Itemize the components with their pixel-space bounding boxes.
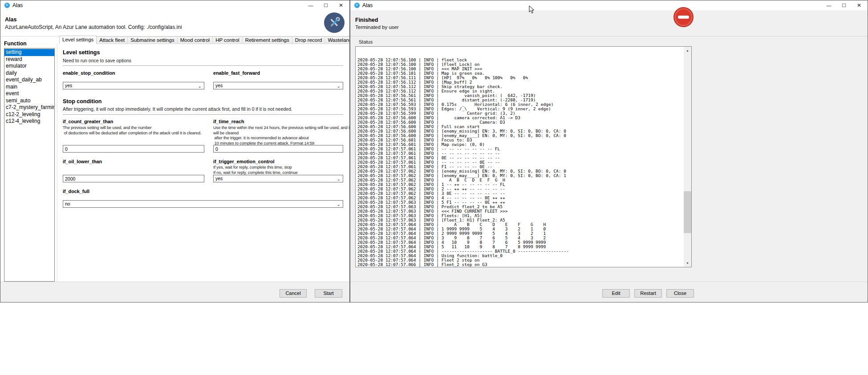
maximize-button[interactable]: ☐ bbox=[318, 0, 333, 10]
input-if-count-greater-than[interactable] bbox=[63, 145, 204, 153]
status-title: Finished bbox=[355, 17, 378, 23]
label-enable-stop-condition: enable_stop_condition bbox=[63, 70, 204, 76]
status-subtitle: Terminated by user bbox=[355, 24, 399, 30]
tools-badge bbox=[324, 12, 345, 33]
function-list-item[interactable]: event_daily_ab bbox=[4, 77, 54, 84]
header-divider bbox=[350, 36, 868, 36]
section-desc-level-settings: Need to run once to save options bbox=[63, 58, 131, 63]
section-title-level-settings: Level settings bbox=[63, 49, 100, 56]
alas-logo-icon bbox=[354, 2, 360, 8]
alas-logo-icon bbox=[4, 2, 10, 8]
status-log: 2020-05-28 12:07:56.100 | INFO | fleet_l… bbox=[355, 46, 692, 267]
tab-bar: Level settingsAttack fleetSubmarine sett… bbox=[60, 37, 350, 44]
function-list-item[interactable]: semi_auto bbox=[4, 97, 54, 105]
start-button[interactable]: Start bbox=[315, 289, 342, 298]
minimize-button[interactable]: — bbox=[821, 0, 836, 10]
function-list-item[interactable]: emulator bbox=[4, 63, 54, 70]
label-if-time-reach: if_time_reach bbox=[213, 119, 343, 124]
function-list-item[interactable]: c7-2_mystery_farming bbox=[4, 104, 54, 111]
divider bbox=[63, 65, 343, 66]
tab[interactable]: HP control bbox=[212, 36, 242, 44]
titlebar: Alas — ☐ ✕ bbox=[0, 0, 349, 10]
tab[interactable]: Mood control bbox=[177, 36, 213, 44]
section-title-stop-condition: Stop condition bbox=[63, 98, 101, 105]
function-list-item[interactable]: c12-2_leveling bbox=[4, 111, 54, 118]
function-list-item[interactable]: c12-4_leveling bbox=[4, 118, 54, 125]
desc-if-count-greater-than: The previous setting will be used, and t… bbox=[63, 125, 216, 135]
tab[interactable]: Drop record bbox=[292, 36, 325, 44]
panel-edge-divider bbox=[57, 44, 57, 282]
function-list-item[interactable]: setting bbox=[4, 49, 54, 56]
titlebar: Alas — ☐ ✕ bbox=[350, 0, 868, 10]
label-if-dock-full: if_dock_full bbox=[63, 189, 89, 194]
select-enable-stop-condition[interactable]: yes ⌄ bbox=[63, 82, 204, 89]
tab[interactable]: Retirement settings bbox=[242, 36, 292, 44]
wrench-screwdriver-icon bbox=[328, 16, 341, 29]
tab[interactable]: Level settings bbox=[59, 36, 97, 44]
cancel-button[interactable]: Cancel bbox=[280, 289, 307, 298]
alas-settings-window: Alas — ☐ ✕ Alas AzurLaneAutoScript, An A… bbox=[0, 0, 350, 302]
window-title: Alas bbox=[362, 2, 373, 8]
chevron-down-icon: ⌄ bbox=[198, 83, 202, 89]
chevron-down-icon: ⌄ bbox=[337, 83, 341, 89]
tab[interactable]: Wasteland mode bbox=[324, 36, 350, 44]
label-if-oil-lower-than: if_oil_lower_than bbox=[63, 159, 204, 164]
app-title: Alas bbox=[5, 16, 16, 23]
desc-if-time-reach: Use the time within the next 24 hours, t… bbox=[213, 125, 349, 146]
select-enable-fast-forward[interactable]: yes ⌄ bbox=[213, 82, 343, 89]
tab[interactable]: Attack fleet bbox=[96, 36, 128, 44]
status-log-label: Status bbox=[359, 39, 373, 44]
edit-button[interactable]: Edit bbox=[602, 289, 630, 298]
scroll-up-icon[interactable]: ▲ bbox=[684, 47, 691, 54]
chevron-down-icon: ⌄ bbox=[337, 176, 341, 182]
label-if-trigger-emotion-control: if_trigger_emotion_control bbox=[213, 159, 343, 164]
maximize-button[interactable]: ☐ bbox=[836, 0, 852, 10]
log-lines: 2020-05-28 12:07:56.100 | INFO | fleet_l… bbox=[357, 46, 684, 267]
function-list-label: Function bbox=[4, 40, 27, 47]
left-footer: Cancel Start bbox=[0, 282, 349, 302]
tab[interactable]: Submarine settings bbox=[127, 36, 177, 44]
select-if-dock-full[interactable]: no ⌄ bbox=[63, 200, 343, 208]
function-list: settingrewardemulatordailyevent_daily_ab… bbox=[4, 48, 55, 282]
close-button[interactable]: ✕ bbox=[852, 0, 867, 10]
mouse-cursor-icon bbox=[529, 5, 535, 14]
minimize-button[interactable]: — bbox=[303, 0, 318, 10]
close-button-footer[interactable]: Close bbox=[666, 289, 694, 298]
function-list-item[interactable]: reward bbox=[4, 56, 54, 63]
window-title: Alas bbox=[12, 2, 23, 8]
label-enable-fast-forward: enable_fast_forward bbox=[213, 70, 343, 76]
right-footer: Edit Restart Close bbox=[350, 282, 868, 302]
section-desc-stop-condition: After triggering, it will not stop immed… bbox=[63, 106, 292, 112]
function-list-item[interactable]: main bbox=[4, 84, 54, 91]
divider bbox=[63, 114, 343, 115]
chevron-down-icon: ⌄ bbox=[337, 201, 341, 208]
scroll-down-icon[interactable]: ▼ bbox=[684, 259, 691, 267]
alas-status-window: Alas — ☐ ✕ Finished Terminated by user S… bbox=[350, 0, 868, 302]
input-if-time-reach[interactable] bbox=[213, 145, 343, 153]
stop-sign-icon bbox=[673, 7, 694, 27]
close-button[interactable]: ✕ bbox=[333, 0, 349, 10]
input-if-oil-lower-than[interactable] bbox=[63, 175, 204, 182]
select-if-trigger-emotion-control[interactable]: yes ⌄ bbox=[213, 175, 343, 182]
log-scrollbar[interactable]: ▲ ▼ bbox=[684, 47, 691, 267]
app-subtitle: AzurLaneAutoScript, An Azur Lane automat… bbox=[5, 24, 182, 30]
scrollbar-thumb[interactable] bbox=[684, 191, 691, 233]
function-list-item[interactable]: event bbox=[4, 90, 54, 97]
desc-if-trigger-emotion-control: If yes, wait for reply, complete this ti… bbox=[213, 165, 349, 175]
label-if-count-greater-than: if_count_greater_than bbox=[63, 119, 204, 124]
function-list-item[interactable]: daily bbox=[4, 70, 54, 77]
restart-button[interactable]: Restart bbox=[634, 289, 662, 298]
